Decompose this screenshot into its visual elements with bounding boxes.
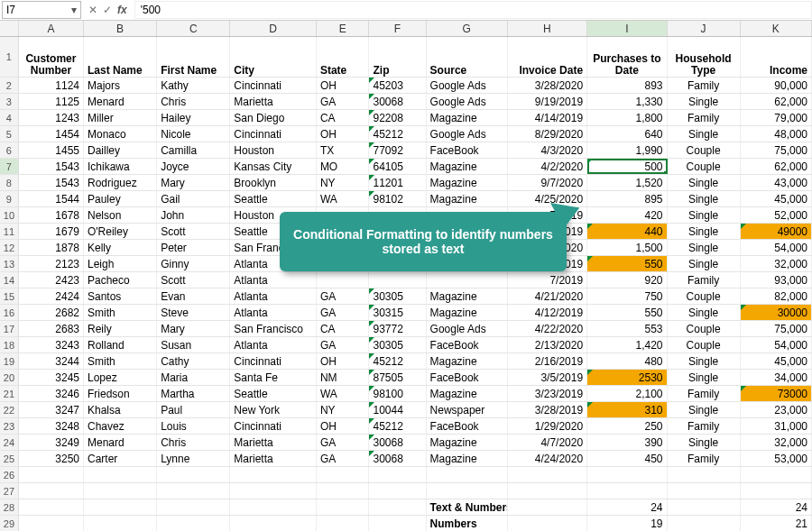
cell-G6[interactable]: FaceBook (427, 142, 508, 158)
cell-F17[interactable]: 93772 (369, 321, 426, 336)
cell-K11[interactable]: 49000 (741, 224, 812, 239)
cell-E17[interactable]: CA (317, 321, 370, 336)
row-number[interactable]: 1 (0, 37, 19, 77)
cell-F25[interactable]: 30068 (369, 451, 426, 466)
cell-A4[interactable]: 1243 (19, 110, 84, 125)
cell-E28[interactable] (317, 499, 370, 515)
cell-D3[interactable]: Marietta (230, 94, 317, 109)
row-number[interactable]: 21 (0, 386, 19, 401)
cell-G7[interactable]: Magazine (427, 159, 508, 174)
cell-A13[interactable]: 2123 (19, 256, 84, 271)
cell-C4[interactable]: Hailey (157, 110, 230, 125)
row-number[interactable]: 3 (0, 94, 19, 109)
row-number[interactable]: 29 (0, 516, 19, 531)
cell-J18[interactable]: Couple (668, 337, 741, 352)
row-number[interactable]: 20 (0, 370, 19, 385)
cell-A15[interactable]: 2424 (19, 288, 84, 304)
cell-A16[interactable]: 2682 (19, 305, 84, 320)
col-header-F[interactable]: F (369, 21, 426, 36)
cell-H4[interactable]: 4/14/2019 (508, 110, 587, 125)
cell-D7[interactable]: Kansas City (230, 159, 317, 174)
row-number[interactable]: 25 (0, 451, 19, 466)
cell-A23[interactable]: 3248 (19, 418, 84, 434)
row-number[interactable]: 2 (0, 78, 19, 93)
cell-I27[interactable] (587, 483, 667, 499)
cell-D9[interactable]: Seattle (230, 191, 317, 206)
cell-C14[interactable]: Scott (157, 272, 230, 288)
row-number[interactable]: 7 (0, 159, 19, 174)
cell-A28[interactable] (19, 499, 84, 515)
cell-A8[interactable]: 1543 (19, 175, 84, 190)
cell-E2[interactable]: OH (317, 78, 370, 93)
cell-C10[interactable]: John (157, 207, 230, 223)
hdr-purchases[interactable]: Purchases to Date (587, 37, 667, 77)
cell-A19[interactable]: 3244 (19, 353, 84, 369)
cell-J2[interactable]: Family (668, 78, 741, 93)
cell-B26[interactable] (84, 467, 157, 482)
cell-D23[interactable]: Cincinnati (230, 418, 317, 434)
cell-E14[interactable] (317, 272, 370, 288)
cell-D29[interactable] (230, 516, 317, 531)
cell-A10[interactable]: 1678 (19, 207, 84, 223)
cell-I19[interactable]: 480 (587, 353, 667, 369)
cell-J4[interactable]: Family (668, 110, 741, 125)
cell-F28[interactable] (369, 499, 426, 515)
cell-B19[interactable]: Smith (84, 353, 157, 369)
cell-G24[interactable]: Magazine (427, 435, 508, 450)
cell-D15[interactable]: Atlanta (230, 288, 317, 304)
cell-E25[interactable]: GA (317, 451, 370, 466)
cell-F5[interactable]: 45212 (369, 126, 426, 142)
cell-A9[interactable]: 1544 (19, 191, 84, 206)
cell-C12[interactable]: Peter (157, 240, 230, 255)
cell-K20[interactable]: 34,000 (741, 370, 812, 385)
cell-H20[interactable]: 3/5/2019 (508, 370, 587, 385)
cell-F4[interactable]: 92208 (369, 110, 426, 125)
cell-H16[interactable]: 4/12/2019 (508, 305, 587, 320)
cell-I24[interactable]: 390 (587, 435, 667, 450)
cell-H24[interactable]: 4/7/2020 (508, 435, 587, 450)
cell-I4[interactable]: 1,800 (587, 110, 667, 125)
cell-D4[interactable]: San Diego (230, 110, 317, 125)
cell-F23[interactable]: 45212 (369, 418, 426, 434)
cell-F7[interactable]: 64105 (369, 159, 426, 174)
cell-J20[interactable]: Single (668, 370, 741, 385)
cell-K6[interactable]: 75,000 (741, 142, 812, 158)
cell-J10[interactable]: Single (668, 207, 741, 223)
cell-I20[interactable]: 2530 (587, 370, 667, 385)
cell-E16[interactable]: GA (317, 305, 370, 320)
cell-B21[interactable]: Friedson (84, 386, 157, 401)
cell-E8[interactable]: NY (317, 175, 370, 190)
cell-J22[interactable]: Single (668, 402, 741, 417)
cell-G4[interactable]: Magazine (427, 110, 508, 125)
cell-H6[interactable]: 4/3/2020 (508, 142, 587, 158)
cell-A24[interactable]: 3249 (19, 435, 84, 450)
cell-F9[interactable]: 98102 (369, 191, 426, 206)
cell-C15[interactable]: Evan (157, 288, 230, 304)
cell-G3[interactable]: Google Ads (427, 94, 508, 109)
cell-I13[interactable]: 550 (587, 256, 667, 271)
cell-C26[interactable] (157, 467, 230, 482)
cell-K23[interactable]: 31,000 (741, 418, 812, 434)
cell-I7[interactable]: 500 (587, 159, 667, 174)
cell-G15[interactable]: Magazine (427, 288, 508, 304)
hdr-source[interactable]: Source (427, 37, 508, 77)
cell-G5[interactable]: Google Ads (427, 126, 508, 142)
col-header-G[interactable]: G (427, 21, 508, 36)
cell-K25[interactable]: 53,000 (741, 451, 812, 466)
cell-K28[interactable]: 24 (741, 499, 812, 515)
cell-I2[interactable]: 893 (587, 78, 667, 93)
cell-F26[interactable] (369, 467, 426, 482)
cell-J17[interactable]: Couple (668, 321, 741, 336)
cell-C2[interactable]: Kathy (157, 78, 230, 93)
cell-D14[interactable]: Atlanta (230, 272, 317, 288)
cell-A7[interactable]: 1543 (19, 159, 84, 174)
cell-H21[interactable]: 3/23/2019 (508, 386, 587, 401)
cell-A17[interactable]: 2683 (19, 321, 84, 336)
cell-G20[interactable]: FaceBook (427, 370, 508, 385)
cell-C13[interactable]: Ginny (157, 256, 230, 271)
cell-G21[interactable]: Magazine (427, 386, 508, 401)
cell-E26[interactable] (317, 467, 370, 482)
cell-I6[interactable]: 1,990 (587, 142, 667, 158)
cell-I26[interactable] (587, 467, 667, 482)
cell-H3[interactable]: 9/19/2019 (508, 94, 587, 109)
